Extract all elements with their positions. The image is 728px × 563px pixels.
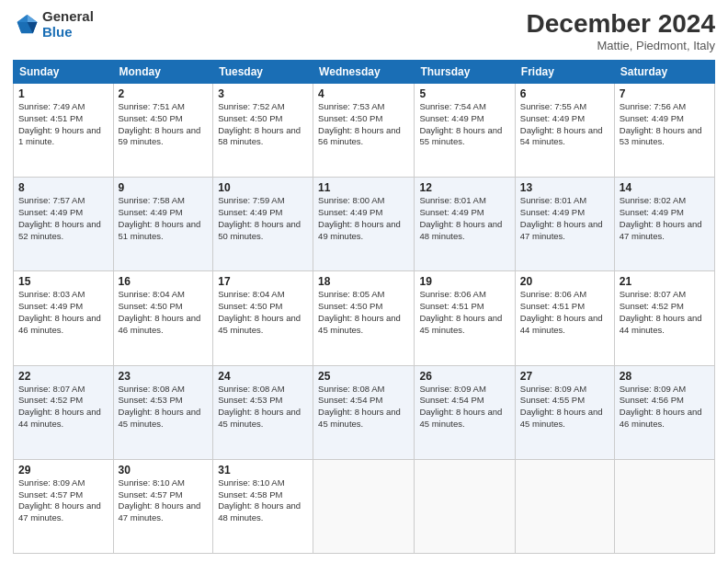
day-info: Sunrise: 8:07 AM Sunset: 4:52 PM Dayligh… — [18, 384, 108, 431]
day-number: 31 — [218, 464, 308, 477]
day-info: Sunrise: 8:10 AM Sunset: 4:57 PM Dayligh… — [119, 477, 209, 524]
page: General Blue December 2024 Mattie, Piedm… — [0, 0, 728, 563]
calendar-cell: 11Sunrise: 8:00 AM Sunset: 4:49 PM Dayli… — [313, 178, 415, 271]
day-number: 27 — [520, 370, 609, 383]
day-number: 24 — [218, 370, 308, 383]
day-info: Sunrise: 8:09 AM Sunset: 4:57 PM Dayligh… — [18, 477, 108, 524]
calendar-cell: 14Sunrise: 8:02 AM Sunset: 4:49 PM Dayli… — [614, 178, 714, 271]
day-info: Sunrise: 8:08 AM Sunset: 4:53 PM Dayligh… — [119, 384, 209, 431]
calendar-cell: 7Sunrise: 7:56 AM Sunset: 4:49 PM Daylig… — [614, 84, 714, 178]
day-info: Sunrise: 8:00 AM Sunset: 4:49 PM Dayligh… — [318, 195, 409, 242]
day-info: Sunrise: 7:59 AM Sunset: 4:49 PM Dayligh… — [218, 195, 308, 242]
weekday-header-sunday: Sunday — [14, 61, 114, 84]
day-number: 20 — [520, 275, 609, 288]
day-info: Sunrise: 8:09 AM Sunset: 4:54 PM Dayligh… — [419, 384, 509, 431]
calendar-cell: 16Sunrise: 8:04 AM Sunset: 4:50 PM Dayli… — [113, 271, 213, 365]
svg-marker-1 — [28, 15, 38, 22]
day-number: 22 — [18, 370, 108, 383]
day-info: Sunrise: 8:02 AM Sunset: 4:49 PM Dayligh… — [620, 195, 710, 242]
day-info: Sunrise: 7:53 AM Sunset: 4:50 PM Dayligh… — [318, 101, 409, 148]
calendar-cell: 4Sunrise: 7:53 AM Sunset: 4:50 PM Daylig… — [313, 84, 415, 178]
day-number: 5 — [419, 87, 509, 100]
svg-marker-2 — [17, 15, 28, 22]
calendar-cell: 5Sunrise: 7:54 AM Sunset: 4:49 PM Daylig… — [415, 84, 515, 178]
title-month: December 2024 — [527, 9, 715, 39]
title-block: December 2024 Mattie, Piedmont, Italy — [527, 9, 715, 52]
calendar-cell — [515, 459, 614, 553]
day-number: 21 — [620, 275, 710, 288]
weekday-header-wednesday: Wednesday — [313, 61, 415, 84]
calendar-cell: 3Sunrise: 7:52 AM Sunset: 4:50 PM Daylig… — [213, 84, 313, 178]
weekday-header-monday: Monday — [113, 61, 213, 84]
logo-text: General Blue — [42, 9, 94, 40]
day-number: 17 — [218, 275, 308, 288]
calendar-cell — [614, 459, 714, 553]
day-info: Sunrise: 8:07 AM Sunset: 4:52 PM Dayligh… — [620, 289, 710, 336]
weekday-header-saturday: Saturday — [614, 61, 714, 84]
day-number: 14 — [620, 181, 710, 194]
day-number: 9 — [119, 181, 209, 194]
day-info: Sunrise: 7:57 AM Sunset: 4:49 PM Dayligh… — [18, 195, 108, 242]
day-number: 16 — [119, 275, 209, 288]
day-number: 25 — [318, 370, 409, 383]
day-info: Sunrise: 7:55 AM Sunset: 4:49 PM Dayligh… — [520, 101, 609, 148]
calendar-cell: 29Sunrise: 8:09 AM Sunset: 4:57 PM Dayli… — [14, 459, 114, 553]
calendar-cell: 2Sunrise: 7:51 AM Sunset: 4:50 PM Daylig… — [113, 84, 213, 178]
logo-general: General — [42, 9, 94, 25]
day-info: Sunrise: 8:06 AM Sunset: 4:51 PM Dayligh… — [419, 289, 509, 336]
day-number: 13 — [520, 181, 609, 194]
calendar-cell: 17Sunrise: 8:04 AM Sunset: 4:50 PM Dayli… — [213, 271, 313, 365]
day-number: 8 — [18, 181, 108, 194]
calendar-cell: 12Sunrise: 8:01 AM Sunset: 4:49 PM Dayli… — [415, 178, 515, 271]
logo: General Blue — [13, 9, 94, 40]
day-info: Sunrise: 8:10 AM Sunset: 4:58 PM Dayligh… — [218, 477, 308, 524]
day-info: Sunrise: 8:08 AM Sunset: 4:54 PM Dayligh… — [318, 384, 409, 431]
day-number: 26 — [419, 370, 509, 383]
day-info: Sunrise: 7:58 AM Sunset: 4:49 PM Dayligh… — [119, 195, 209, 242]
day-number: 1 — [18, 87, 108, 100]
day-number: 23 — [119, 370, 209, 383]
calendar-cell: 15Sunrise: 8:03 AM Sunset: 4:49 PM Dayli… — [14, 271, 114, 365]
day-number: 29 — [18, 464, 108, 477]
calendar-cell: 19Sunrise: 8:06 AM Sunset: 4:51 PM Dayli… — [415, 271, 515, 365]
calendar-cell: 20Sunrise: 8:06 AM Sunset: 4:51 PM Dayli… — [515, 271, 614, 365]
calendar-week-3: 15Sunrise: 8:03 AM Sunset: 4:49 PM Dayli… — [14, 271, 715, 365]
calendar-cell: 28Sunrise: 8:09 AM Sunset: 4:56 PM Dayli… — [614, 365, 714, 459]
calendar-header: SundayMondayTuesdayWednesdayThursdayFrid… — [14, 61, 715, 84]
calendar-cell: 10Sunrise: 7:59 AM Sunset: 4:49 PM Dayli… — [213, 178, 313, 271]
calendar-cell: 27Sunrise: 8:09 AM Sunset: 4:55 PM Dayli… — [515, 365, 614, 459]
header: General Blue December 2024 Mattie, Piedm… — [13, 9, 715, 52]
logo-blue: Blue — [42, 25, 94, 40]
calendar-cell: 8Sunrise: 7:57 AM Sunset: 4:49 PM Daylig… — [14, 178, 114, 271]
calendar-cell: 25Sunrise: 8:08 AM Sunset: 4:54 PM Dayli… — [313, 365, 415, 459]
day-info: Sunrise: 7:54 AM Sunset: 4:49 PM Dayligh… — [419, 101, 509, 148]
day-number: 28 — [620, 370, 710, 383]
title-location: Mattie, Piedmont, Italy — [527, 39, 715, 52]
calendar-week-4: 22Sunrise: 8:07 AM Sunset: 4:52 PM Dayli… — [14, 365, 715, 459]
day-info: Sunrise: 8:04 AM Sunset: 4:50 PM Dayligh… — [218, 289, 308, 336]
calendar-cell: 21Sunrise: 8:07 AM Sunset: 4:52 PM Dayli… — [614, 271, 714, 365]
day-number: 30 — [119, 464, 209, 477]
day-number: 18 — [318, 275, 409, 288]
day-info: Sunrise: 8:04 AM Sunset: 4:50 PM Dayligh… — [119, 289, 209, 336]
calendar-cell: 22Sunrise: 8:07 AM Sunset: 4:52 PM Dayli… — [14, 365, 114, 459]
day-info: Sunrise: 7:52 AM Sunset: 4:50 PM Dayligh… — [218, 101, 308, 148]
day-number: 7 — [620, 87, 710, 100]
day-number: 11 — [318, 181, 409, 194]
day-info: Sunrise: 8:08 AM Sunset: 4:53 PM Dayligh… — [218, 384, 308, 431]
day-number: 19 — [419, 275, 509, 288]
calendar-cell: 23Sunrise: 8:08 AM Sunset: 4:53 PM Dayli… — [113, 365, 213, 459]
day-info: Sunrise: 7:49 AM Sunset: 4:51 PM Dayligh… — [18, 101, 108, 148]
day-info: Sunrise: 8:05 AM Sunset: 4:50 PM Dayligh… — [318, 289, 409, 336]
calendar-cell: 31Sunrise: 8:10 AM Sunset: 4:58 PM Dayli… — [213, 459, 313, 553]
day-number: 15 — [18, 275, 108, 288]
calendar-cell: 6Sunrise: 7:55 AM Sunset: 4:49 PM Daylig… — [515, 84, 614, 178]
weekday-header-thursday: Thursday — [415, 61, 515, 84]
logo-icon — [13, 12, 39, 38]
calendar-table: SundayMondayTuesdayWednesdayThursdayFrid… — [13, 60, 715, 554]
day-number: 4 — [318, 87, 409, 100]
day-number: 2 — [119, 87, 209, 100]
day-info: Sunrise: 8:01 AM Sunset: 4:49 PM Dayligh… — [520, 195, 609, 242]
day-number: 3 — [218, 87, 308, 100]
calendar-cell — [415, 459, 515, 553]
